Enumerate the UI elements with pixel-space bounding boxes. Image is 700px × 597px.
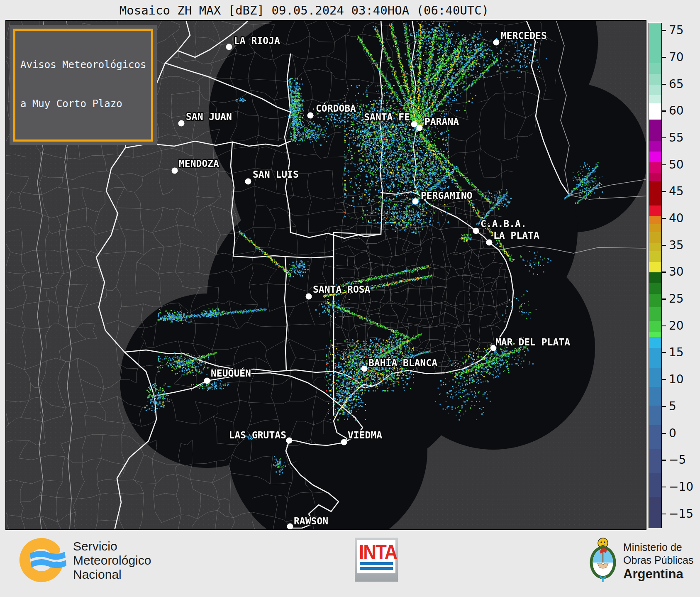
colorbar-tick-mark bbox=[662, 325, 666, 327]
colorbar-segment bbox=[649, 294, 661, 308]
ministerio-wordmark: Ministerio de Obras Públicas Argentina bbox=[623, 541, 694, 582]
colorbar-segment bbox=[649, 141, 661, 152]
ministerio-line1: Ministerio de bbox=[623, 541, 694, 554]
smn-wordmark: Servicio Meteorológico Nacional bbox=[73, 539, 151, 582]
colorbar-tick-label: 65 bbox=[669, 77, 684, 91]
colorbar-tick-label: 70 bbox=[669, 50, 684, 64]
smn-logo-icon bbox=[16, 536, 71, 586]
colorbar-tick-mark bbox=[662, 406, 666, 407]
colorbar-segment bbox=[649, 173, 661, 181]
colorbar-tick-label: 35 bbox=[669, 238, 684, 252]
colorbar-segment bbox=[649, 85, 661, 95]
colorbar-tick-mark bbox=[662, 191, 666, 192]
colorbar-tick-label: 20 bbox=[669, 319, 684, 333]
colorbar-tick-label: −10 bbox=[669, 480, 693, 494]
colorbar-segment bbox=[649, 103, 661, 120]
colorbar-tick-label: 15 bbox=[669, 345, 684, 359]
radar-mosaic-page: Mosaico ZH MAX [dBZ] 09.05.2024 03:40HOA… bbox=[0, 0, 700, 597]
colorbar-tick-mark bbox=[662, 514, 666, 515]
colorbar-tick-mark bbox=[662, 137, 666, 139]
colorbar-tick-label: 10 bbox=[669, 372, 684, 386]
colorbar-tick-label: 45 bbox=[669, 184, 684, 198]
smn-line2: Meteorológico bbox=[73, 553, 151, 568]
colorbar-tick-mark bbox=[662, 433, 666, 434]
colorbar-segment bbox=[649, 181, 661, 206]
colorbar-tick-mark bbox=[662, 460, 666, 461]
inta-bar-bottom bbox=[360, 567, 393, 570]
colorbar-segment bbox=[649, 23, 661, 63]
colorbar-segment bbox=[649, 95, 661, 103]
colorbar-tick-mark bbox=[662, 245, 666, 246]
colorbar-segment bbox=[649, 162, 661, 173]
colorbar-tick-label: −15 bbox=[669, 506, 693, 520]
colorbar-tick-mark bbox=[662, 379, 666, 380]
colorbar-tick-label: 60 bbox=[669, 104, 684, 117]
colorbar-segment bbox=[649, 206, 661, 216]
radar-map: Avisos Meteorológicos a Muy Corto Plazo bbox=[5, 20, 646, 530]
ministerio-line3: Argentina bbox=[623, 566, 694, 582]
colorbar-tick-mark bbox=[662, 272, 666, 273]
colorbar-tick-label: 75 bbox=[669, 23, 684, 37]
colorbar-tick-label: 0 bbox=[669, 426, 676, 440]
colorbar-segment bbox=[649, 251, 661, 262]
colorbar-segment bbox=[649, 348, 661, 369]
colorbar-segment bbox=[649, 120, 661, 141]
colorbar-segment bbox=[649, 272, 661, 283]
colorbar-segment bbox=[649, 224, 661, 232]
colorbar-tick-mark bbox=[662, 57, 666, 58]
argentina-coat-of-arms-icon bbox=[588, 537, 617, 584]
colorbar-tick-mark bbox=[662, 218, 666, 219]
colorbar-segment bbox=[649, 152, 661, 162]
colorbar-tick-label: 5 bbox=[669, 399, 676, 413]
colorbar-segment bbox=[649, 232, 661, 243]
colorbar-segment bbox=[649, 387, 661, 406]
colorbar-tick-mark bbox=[662, 352, 666, 353]
ministerio-line2: Obras Públicas bbox=[623, 554, 694, 567]
colorbar-tick-label: 55 bbox=[669, 131, 684, 144]
colorbar-segment bbox=[649, 262, 661, 273]
inta-wordmark: INTA bbox=[359, 543, 394, 562]
colorbar-segment bbox=[649, 283, 661, 294]
colorbar-tick-mark bbox=[662, 110, 666, 112]
colorbar-tick-label: 50 bbox=[669, 157, 684, 171]
colorbar-tick-label: −5 bbox=[669, 453, 686, 467]
colorbar-tick-mark bbox=[662, 298, 666, 300]
colorbar-segment bbox=[649, 216, 661, 225]
colorbar-segment bbox=[649, 332, 661, 338]
smn-line3: Nacional bbox=[73, 568, 151, 582]
colorbar-segment bbox=[649, 406, 661, 425]
colorbar-segment bbox=[649, 337, 661, 348]
alerts-banner[interactable]: Avisos Meteorológicos a Muy Corto Plazo bbox=[10, 25, 157, 145]
colorbar-segment bbox=[649, 497, 661, 528]
smn-line1: Servicio bbox=[73, 539, 151, 553]
page-title: Mosaico ZH MAX [dBZ] 09.05.2024 03:40HOA… bbox=[5, 3, 603, 17]
colorbar-tick-label: 25 bbox=[669, 292, 684, 306]
colorbar-tick-label: 30 bbox=[669, 265, 684, 279]
alerts-banner-line2: a Muy Corto Plazo bbox=[20, 98, 146, 110]
colorbar-segment bbox=[649, 307, 661, 321]
colorbar-segment bbox=[649, 63, 661, 74]
colorbar-dbz bbox=[649, 23, 662, 528]
alerts-banner-line1: Avisos Meteorológicos bbox=[20, 59, 146, 71]
colorbar-segment bbox=[649, 473, 661, 497]
colorbar-segment bbox=[649, 321, 661, 332]
footer: Servicio Meteorológico Nacional INTA Min bbox=[0, 530, 700, 597]
colorbar-segment bbox=[649, 368, 661, 387]
inta-logo: INTA bbox=[355, 538, 398, 582]
colorbar-tick-label: 40 bbox=[669, 211, 684, 225]
colorbar-tick-mark bbox=[662, 487, 666, 488]
colorbar-tick-mark bbox=[662, 30, 666, 31]
colorbar-tick-mark bbox=[662, 84, 666, 85]
colorbar-segment bbox=[649, 243, 661, 251]
colorbar-segment bbox=[649, 74, 661, 85]
colorbar-segment bbox=[649, 425, 661, 450]
colorbar-tick-mark bbox=[662, 164, 666, 166]
colorbar-segment bbox=[649, 449, 661, 474]
